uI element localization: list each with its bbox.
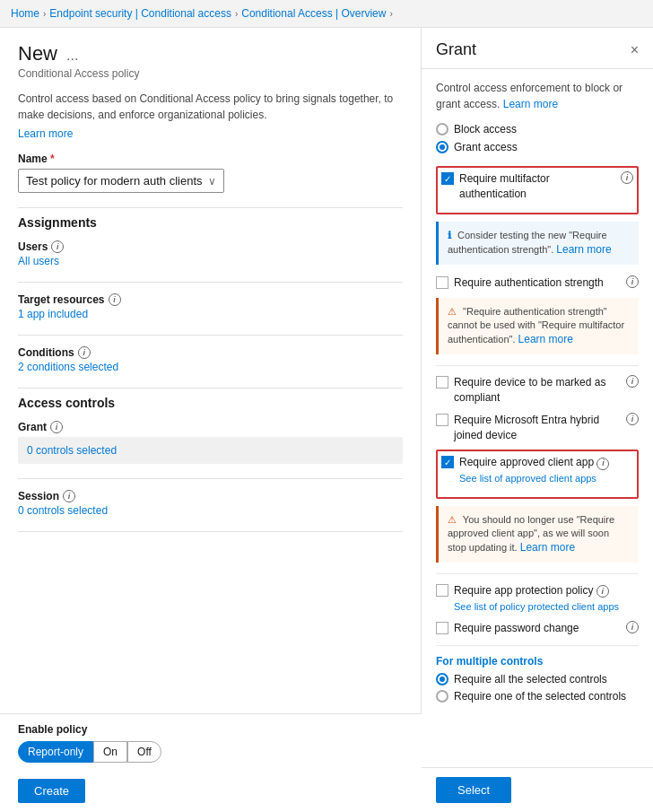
users-value[interactable]: All users: [18, 255, 403, 267]
require-approved-row: Require approved client app i See list o…: [441, 455, 633, 485]
divider-session: [18, 478, 403, 479]
require-app-protection-row: Require app protection policy i See list…: [436, 583, 639, 614]
toggle-off-btn[interactable]: Off: [127, 741, 161, 763]
divider-1: [436, 365, 639, 366]
require-approved-container: Require approved client app i See list o…: [436, 450, 639, 498]
session-label: Session i: [18, 490, 403, 502]
require-one-radio[interactable]: Require one of the selected controls: [436, 690, 639, 703]
require-one-radio-circle: [436, 690, 448, 703]
approved-warning-icon: ⚠: [448, 514, 457, 525]
require-compliant-checkbox[interactable]: [436, 376, 448, 389]
require-auth-strength-label: Require authentication strength: [454, 275, 623, 291]
require-password-info-icon[interactable]: i: [626, 621, 639, 633]
toggle-group: Report-only On Off: [18, 741, 161, 763]
grant-info-icon[interactable]: i: [50, 421, 63, 433]
divider-assignments: [18, 207, 403, 208]
enable-policy-label: Enable policy: [18, 723, 404, 736]
require-hybrid-checkbox[interactable]: [436, 414, 448, 426]
require-mfa-label: Require multifactor authentication: [459, 171, 617, 202]
enable-policy-section: Enable policy Report-only On Off Create: [0, 713, 422, 812]
info-callout-icon: ℹ: [448, 230, 451, 240]
panel-title: Grant: [436, 40, 476, 59]
session-info-icon[interactable]: i: [63, 490, 75, 502]
approved-warning-link[interactable]: Learn more: [520, 541, 575, 554]
name-value: Test policy for modern auth clients: [26, 174, 203, 188]
grant-value[interactable]: 0 controls selected: [27, 444, 394, 457]
mfa-info-callout: ℹ Consider testing the new "Require auth…: [436, 222, 639, 265]
app-protection-sublink[interactable]: See list of policy protected client apps: [454, 600, 639, 614]
divider-access: [18, 388, 403, 389]
users-info-icon[interactable]: i: [51, 240, 64, 253]
require-one-label: Require one of the selected controls: [454, 690, 626, 703]
panel-learn-more[interactable]: Learn more: [503, 98, 558, 110]
require-mfa-info-icon[interactable]: i: [621, 171, 633, 184]
require-app-protection-label: Require app protection policy i See list…: [454, 583, 639, 614]
target-value[interactable]: 1 app included: [18, 308, 403, 320]
require-auth-strength-row: Require authentication strength i: [436, 275, 639, 291]
breadcrumb-endpoint[interactable]: Endpoint security | Conditional access: [49, 7, 231, 20]
require-password-checkbox[interactable]: [436, 622, 448, 634]
require-mfa-checkbox[interactable]: [441, 172, 454, 185]
page-subtitle: Conditional Access policy: [18, 67, 403, 80]
toggle-on-btn[interactable]: On: [93, 741, 127, 763]
grant-box[interactable]: 0 controls selected: [18, 437, 403, 464]
require-password-label-wrap: Require password change i: [454, 621, 639, 636]
right-panel: Grant × Control access enforcement to bl…: [422, 28, 653, 812]
conditions-value[interactable]: 2 conditions selected: [18, 361, 403, 373]
require-app-protection-label-wrap: Require app protection policy i See list…: [454, 583, 639, 614]
block-access-radio[interactable]: Block access: [436, 123, 639, 135]
require-compliant-info-icon[interactable]: i: [626, 375, 639, 388]
require-password-label: Require password change: [454, 621, 623, 636]
require-mfa-container: Require multifactor authentication i: [436, 166, 639, 214]
require-approved-checkbox[interactable]: [441, 456, 454, 468]
require-auth-strength-info-icon[interactable]: i: [626, 275, 639, 288]
require-approved-info-icon[interactable]: i: [596, 458, 609, 470]
require-hybrid-row: Require Microsoft Entra hybrid joined de…: [436, 413, 639, 443]
require-all-radio[interactable]: Require all the selected controls: [436, 673, 639, 685]
require-auth-strength-label-wrap: Require authentication strength i: [454, 275, 639, 291]
breadcrumb: Home › Endpoint security | Conditional a…: [0, 0, 653, 28]
target-info-icon[interactable]: i: [109, 293, 121, 306]
require-password-row: Require password change i: [436, 621, 639, 636]
select-button[interactable]: Select: [436, 777, 511, 803]
require-approved-label-wrap: Require approved client app i See list o…: [459, 455, 633, 485]
require-app-protection-checkbox[interactable]: [436, 584, 448, 597]
name-input[interactable]: Test policy for modern auth clients ∨: [18, 169, 224, 193]
name-label: Name *: [18, 153, 403, 165]
require-mfa-label-wrap: Require multifactor authentication i: [459, 171, 633, 202]
require-hybrid-info-icon[interactable]: i: [626, 413, 639, 425]
dots-menu[interactable]: ...: [66, 48, 78, 64]
left-panel: New ... Conditional Access policy Contro…: [0, 28, 422, 812]
require-hybrid-label-wrap: Require Microsoft Entra hybrid joined de…: [454, 413, 639, 443]
access-controls-title: Access controls: [18, 396, 403, 410]
divider-2: [436, 573, 639, 574]
users-label: Users i: [18, 240, 403, 253]
require-hybrid-label: Require Microsoft Entra hybrid joined de…: [454, 413, 623, 443]
toggle-report-btn[interactable]: Report-only: [18, 741, 93, 763]
require-compliant-label: Require device to be marked as compliant: [454, 375, 623, 406]
target-label: Target resources i: [18, 293, 403, 306]
panel-footer: Select: [422, 767, 653, 812]
require-all-radio-circle: [436, 673, 448, 685]
require-all-radio-dot: [440, 677, 445, 682]
learn-more-link[interactable]: Learn more: [18, 127, 73, 140]
session-value[interactable]: 0 controls selected: [18, 504, 403, 517]
conditions-info-icon[interactable]: i: [78, 346, 91, 359]
approved-sublink[interactable]: See list of approved client apps: [459, 472, 633, 485]
require-all-label: Require all the selected controls: [454, 673, 607, 685]
grant-access-radio[interactable]: Grant access: [436, 141, 639, 153]
info-callout-link[interactable]: Learn more: [556, 243, 611, 256]
access-type-radio-group: Block access Grant access: [436, 123, 639, 153]
create-button[interactable]: Create: [18, 779, 85, 803]
breadcrumb-home[interactable]: Home: [11, 7, 39, 20]
panel-header: Grant ×: [422, 28, 653, 69]
require-auth-strength-checkbox[interactable]: [436, 276, 448, 289]
divider-bottom: [18, 531, 403, 532]
for-multiple-label: For multiple controls: [436, 655, 639, 668]
auth-strength-warning-link[interactable]: Learn more: [518, 333, 573, 345]
close-icon[interactable]: ×: [631, 42, 639, 58]
divider-target: [18, 282, 403, 283]
approved-warning: ⚠ You should no longer use "Require appr…: [436, 506, 639, 563]
breadcrumb-overview[interactable]: Conditional Access | Overview: [241, 7, 386, 20]
require-app-protection-info-icon[interactable]: i: [596, 585, 609, 598]
